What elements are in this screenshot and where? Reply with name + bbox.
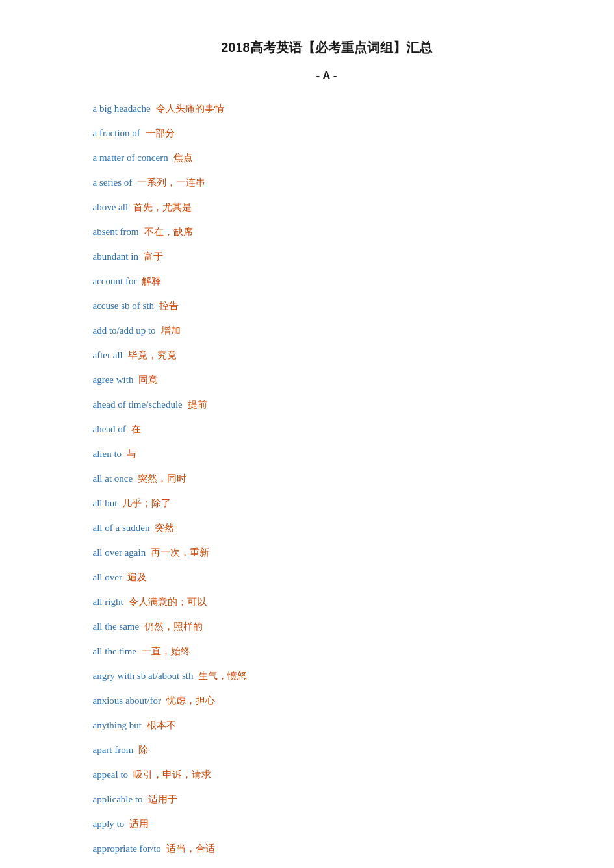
vocab-english: all right (93, 594, 123, 610)
list-item: all the time 一直，始终 (93, 643, 561, 659)
list-item: absent from 不在，缺席 (93, 224, 561, 240)
list-item: a matter of concern 焦点 (93, 150, 561, 166)
vocab-separator (143, 791, 148, 807)
vocab-english: all at once (93, 471, 133, 486)
vocab-separator (122, 569, 127, 585)
list-item: appropriate for/to 适当，合适 (93, 841, 561, 856)
list-item: account for 解释 (93, 273, 561, 289)
vocab-english: all over (93, 569, 122, 585)
list-item: apply to 适用 (93, 816, 561, 832)
vocab-english: account for (93, 273, 137, 289)
vocab-separator (122, 446, 127, 462)
vocab-english: a matter of concern (93, 150, 168, 166)
vocab-chinese: 吸引，申诉，请求 (133, 767, 211, 782)
vocab-chinese: 适用 (129, 816, 149, 832)
vocab-separator (128, 199, 133, 215)
list-item: add to/add up to 增加 (93, 323, 561, 338)
vocab-chinese: 再一次，重新 (151, 545, 209, 560)
vocab-chinese: 同意 (138, 372, 158, 388)
vocab-separator (193, 668, 198, 684)
vocab-english: add to/add up to (93, 323, 156, 338)
vocab-chinese: 不在，缺席 (144, 224, 193, 240)
vocab-separator (183, 397, 188, 412)
vocab-separator (156, 323, 161, 338)
list-item: all but 几乎；除了 (93, 495, 561, 511)
page-container: 2018高考英语【必考重点词组】汇总 - A - a big headache … (28, 0, 587, 868)
list-item: approximate to 近似，接近 (93, 865, 561, 868)
vocab-chinese: 一系列，一连串 (137, 175, 205, 190)
vocab-separator (138, 249, 144, 264)
vocab-separator (161, 841, 166, 856)
vocab-separator (140, 125, 146, 141)
vocab-chinese: 除 (138, 742, 148, 758)
vocab-english: anything but (93, 717, 142, 733)
vocab-separator (124, 816, 129, 832)
vocab-separator (123, 594, 129, 610)
vocab-chinese: 解释 (142, 273, 161, 289)
vocab-chinese: 突然 (155, 520, 174, 536)
vocab-english: all the same (93, 619, 140, 634)
vocab-separator (146, 545, 151, 560)
vocab-chinese: 与 (127, 446, 136, 462)
list-item: all of a sudden 突然 (93, 520, 561, 536)
list-item: accuse sb of sth 控告 (93, 298, 561, 314)
vocab-chinese: 控告 (159, 298, 179, 314)
vocab-separator (133, 372, 138, 388)
list-item: all the same 仍然，照样的 (93, 619, 561, 634)
list-item: anything but 根本不 (93, 717, 561, 733)
vocab-separator (123, 347, 128, 363)
vocab-english: approximate to (93, 865, 151, 868)
vocab-separator (151, 101, 156, 116)
vocab-chinese: 忧虑，担心 (166, 693, 215, 708)
vocab-chinese: 富于 (144, 249, 163, 264)
vocab-english: applicable to (93, 791, 143, 807)
vocab-chinese: 焦点 (173, 150, 193, 166)
vocab-english: apply to (93, 816, 125, 832)
vocab-chinese: 遍及 (127, 569, 147, 585)
list-item: ahead of 在 (93, 421, 561, 437)
vocab-english: a series of (93, 175, 133, 190)
vocab-chinese: 生气，愤怒 (198, 668, 247, 684)
list-item: a big headache 令人头痛的事情 (93, 101, 561, 116)
vocab-english: all the time (93, 643, 136, 659)
vocab-english: angry with sb at/about sth (93, 668, 194, 684)
list-item: agree with 同意 (93, 372, 561, 388)
vocab-english: agree with (93, 372, 134, 388)
vocab-separator (139, 224, 144, 240)
vocab-english: ahead of time/schedule (93, 397, 183, 412)
list-item: abundant in 富于 (93, 249, 561, 264)
list-item: above all 首先，尤其是 (93, 199, 561, 215)
vocab-separator (139, 619, 144, 634)
list-item: apart from 除 (93, 742, 561, 758)
list-item: alien to 与 (93, 446, 561, 462)
list-item: angry with sb at/about sth 生气，愤怒 (93, 668, 561, 684)
vocab-chinese: 首先，尤其是 (133, 199, 192, 215)
vocab-separator (142, 717, 147, 733)
vocab-chinese: 提前 (188, 397, 207, 412)
list-item: a series of 一系列，一连串 (93, 175, 561, 190)
vocab-english: all over again (93, 545, 146, 560)
vocab-english: accuse sb of sth (93, 298, 155, 314)
vocab-chinese: 根本不 (147, 717, 176, 733)
vocab-english: after all (93, 347, 123, 363)
vocab-english: a big headache (93, 101, 151, 116)
list-item: all over again 再一次，重新 (93, 545, 561, 560)
vocab-chinese: 增加 (161, 323, 181, 338)
vocab-chinese: 一直，始终 (142, 643, 190, 659)
vocab-english: ahead of (93, 421, 126, 437)
vocab-english: appeal to (93, 767, 129, 782)
vocab-separator (133, 471, 138, 486)
list-item: ahead of time/schedule 提前 (93, 397, 561, 412)
vocab-english: alien to (93, 446, 122, 462)
vocab-english: above all (93, 199, 129, 215)
section-header: - A - (93, 69, 561, 82)
vocab-list: a big headache 令人头痛的事情a fraction of 一部分a… (93, 101, 561, 868)
vocab-separator (161, 693, 166, 708)
vocab-english: abundant in (93, 249, 138, 264)
list-item: appeal to 吸引，申诉，请求 (93, 767, 561, 782)
vocab-chinese: 毕竟，究竟 (128, 347, 177, 363)
list-item: after all 毕竟，究竟 (93, 347, 561, 363)
vocab-chinese: 仍然，照样的 (144, 619, 203, 634)
list-item: a fraction of 一部分 (93, 125, 561, 141)
vocab-chinese: 一部分 (146, 125, 175, 141)
